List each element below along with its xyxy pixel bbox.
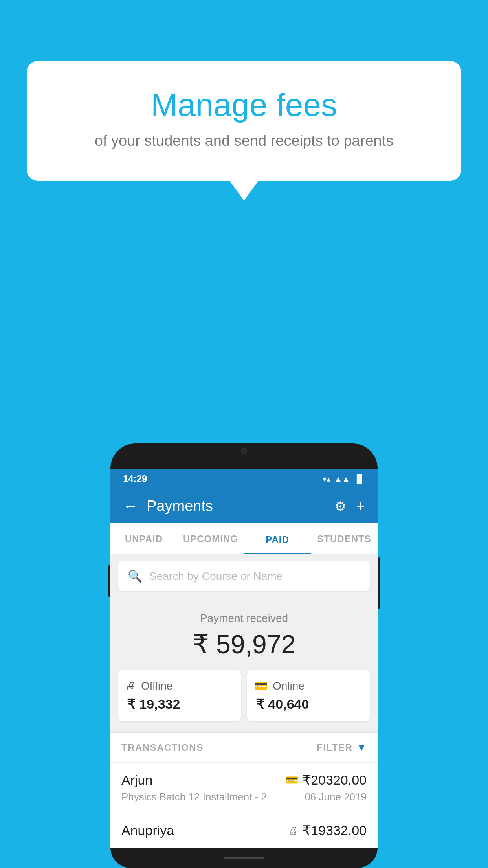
side-btn-right — [378, 557, 380, 609]
tab-paid[interactable]: PAID — [244, 524, 311, 554]
offline-card: 🖨 Offline ₹ 19,332 — [118, 670, 241, 721]
tab-students[interactable]: STUDENTS — [311, 523, 378, 554]
online-card: 💳 Online ₹ 40,640 — [247, 670, 370, 721]
settings-icon[interactable]: ⚙ — [334, 498, 346, 514]
transaction-amount-2: ₹19332.00 — [302, 822, 367, 838]
payment-total: ₹ 59,972 — [118, 629, 370, 660]
header-title: Payments — [147, 498, 213, 515]
tab-upcoming[interactable]: UPCOMING — [177, 523, 244, 554]
tabs-container: UNPAID UPCOMING PAID STUDENTS — [110, 523, 378, 554]
online-card-header: 💳 Online — [254, 679, 363, 692]
bubble-title: Manage fees — [54, 86, 434, 123]
transaction-amount-row-2: 🖨 ₹19332.00 — [288, 822, 367, 838]
app-header: ← Payments ⚙ + — [110, 489, 378, 523]
online-icon: 💳 — [254, 679, 268, 692]
add-icon[interactable]: + — [356, 498, 365, 515]
offline-icon: 🖨 — [125, 679, 136, 692]
transaction-date-1: 06 June 2019 — [305, 791, 367, 803]
bubble-subtitle: of your students and send receipts to pa… — [54, 131, 434, 151]
search-icon: 🔍 — [128, 569, 142, 583]
transactions-header: TRANSACTIONS FILTER ▼ — [110, 732, 378, 762]
transaction-amount-row-1: 💳 ₹20320.00 — [286, 772, 367, 788]
transactions-label: TRANSACTIONS — [121, 742, 204, 753]
filter-container[interactable]: FILTER ▼ — [317, 741, 367, 754]
speech-bubble-container: Manage fees of your students and send re… — [27, 61, 461, 181]
online-amount: ₹ 40,640 — [254, 696, 363, 712]
payment-cards: 🖨 Offline ₹ 19,332 💳 Online ₹ 40,640 — [118, 670, 370, 721]
phone-bottom-bezel — [110, 848, 378, 868]
status-time: 14:29 — [123, 473, 147, 484]
transaction-row-arjun[interactable]: Arjun 💳 ₹20320.00 Physics Batch 12 Insta… — [110, 762, 378, 813]
transaction-row-anupriya[interactable]: Anupriya 🖨 ₹19332.00 — [110, 813, 378, 848]
phone-screen: 14:29 ▾▴ ▲▲ ▐▌ ← Payments ⚙ + — [110, 469, 378, 848]
phone-top-bezel — [110, 443, 378, 469]
transaction-main-1: Arjun 💳 ₹20320.00 — [121, 772, 367, 788]
side-btn-left — [108, 565, 110, 597]
camera-notch — [218, 443, 270, 458]
offline-amount: ₹ 19,332 — [125, 696, 234, 712]
transaction-name-1: Arjun — [121, 772, 152, 788]
search-box[interactable]: 🔍 Search by Course or Name — [118, 561, 370, 591]
transaction-name-2: Anupriya — [121, 823, 174, 838]
transaction-main-2: Anupriya 🖨 ₹19332.00 — [121, 822, 367, 838]
transaction-course-1: Physics Batch 12 Installment - 2 — [121, 791, 267, 803]
header-right: ⚙ + — [334, 498, 365, 515]
offline-card-header: 🖨 Offline — [125, 679, 234, 692]
speech-bubble: Manage fees of your students and send re… — [27, 61, 461, 181]
transaction-sub-1: Physics Batch 12 Installment - 2 06 June… — [121, 791, 367, 803]
home-indicator — [224, 857, 264, 859]
phone-wrapper: 14:29 ▾▴ ▲▲ ▐▌ ← Payments ⚙ + — [110, 443, 378, 868]
online-label: Online — [273, 680, 305, 692]
offline-transaction-icon: 🖨 — [288, 824, 298, 837]
camera-dot — [241, 448, 247, 454]
payment-summary: Payment received ₹ 59,972 🖨 Offline ₹ 19… — [110, 598, 378, 732]
filter-icon: ▼ — [356, 741, 367, 754]
signal-icon: ▲▲ — [334, 474, 350, 484]
status-icons: ▾▴ ▲▲ ▐▌ — [323, 474, 365, 484]
battery-icon: ▐▌ — [354, 474, 365, 484]
page-background: Manage fees of your students and send re… — [0, 0, 488, 868]
back-button[interactable]: ← — [123, 498, 138, 515]
search-placeholder: Search by Course or Name — [149, 570, 283, 583]
transaction-amount-1: ₹20320.00 — [302, 772, 367, 788]
payment-label: Payment received — [118, 612, 370, 625]
filter-label: FILTER — [317, 742, 352, 753]
online-transaction-icon: 💳 — [286, 774, 298, 786]
search-container: 🔍 Search by Course or Name — [110, 554, 378, 598]
wifi-icon: ▾▴ — [323, 474, 330, 484]
tab-unpaid[interactable]: UNPAID — [110, 523, 177, 554]
status-bar: 14:29 ▾▴ ▲▲ ▐▌ — [110, 469, 378, 489]
bubble-tail — [229, 180, 259, 200]
header-left: ← Payments — [123, 498, 213, 515]
offline-label: Offline — [141, 680, 172, 692]
